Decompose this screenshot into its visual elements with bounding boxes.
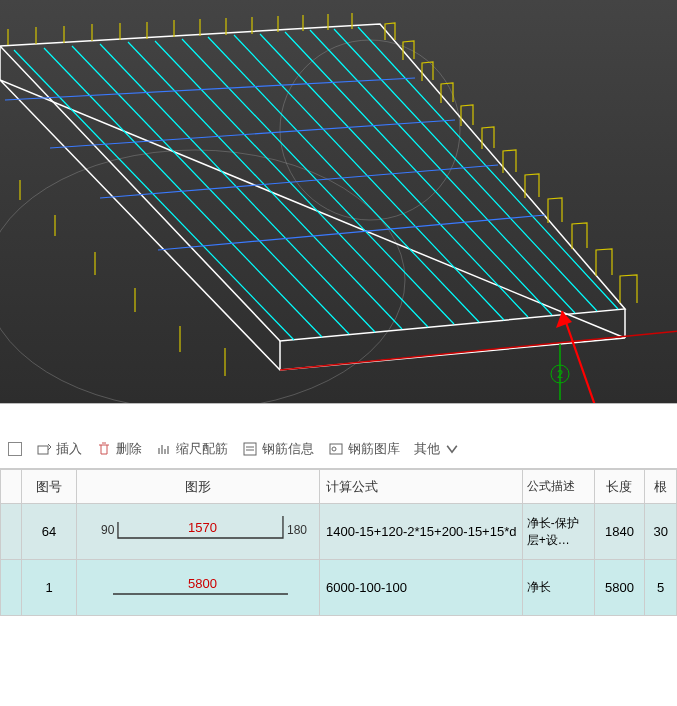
shape-mid: 5800 [188, 576, 217, 591]
svg-line-13 [260, 34, 528, 317]
cell-diagram[interactable]: 1 [22, 560, 77, 616]
delete-button[interactable]: 删除 [96, 440, 142, 458]
svg-rect-47 [38, 446, 48, 454]
shape-right: 180 [287, 523, 307, 537]
cell-desc[interactable]: 净长 [522, 560, 594, 616]
svg-line-17 [358, 27, 618, 309]
header-formula[interactable]: 计算公式 [319, 470, 522, 504]
cell-formula[interactable]: 1400-15+120-2*15+200-15+15*d [319, 504, 522, 560]
shape-left: 90 [101, 523, 115, 537]
scale-label: 缩尺配筋 [176, 440, 228, 458]
insert-label: 插入 [56, 440, 82, 458]
header-desc[interactable]: 公式描述 [522, 470, 594, 504]
cell-count[interactable]: 5 [645, 560, 677, 616]
slab-model: 2 [0, 0, 677, 403]
table-row[interactable]: 1 5800 6000-100-100 净长 5800 5 [1, 560, 677, 616]
header-shape[interactable]: 图形 [77, 470, 320, 504]
svg-line-12 [234, 35, 504, 320]
shape-mid: 1570 [188, 520, 217, 535]
table-row[interactable]: 64 90 1570 180 1400-15+120-2*15+200-15+1… [1, 504, 677, 560]
svg-line-16 [334, 29, 597, 311]
checkbox[interactable] [8, 442, 22, 456]
cell-length[interactable]: 5800 [594, 560, 645, 616]
svg-line-11 [208, 37, 479, 322]
chevron-down-icon [444, 441, 460, 457]
other-dropdown[interactable]: 其他 [414, 440, 460, 458]
info-button[interactable]: 钢筋信息 [242, 440, 314, 458]
axis-label: 2 [557, 368, 563, 380]
svg-line-5 [44, 48, 322, 337]
cell-count[interactable]: 30 [645, 504, 677, 560]
svg-line-4 [14, 50, 294, 340]
cell-formula[interactable]: 6000-100-100 [319, 560, 522, 616]
cell-diagram[interactable]: 64 [22, 504, 77, 560]
delete-label: 删除 [116, 440, 142, 458]
cell-shape[interactable]: 5800 [77, 560, 320, 616]
header-diagram[interactable]: 图号 [22, 470, 77, 504]
info-icon [242, 441, 258, 457]
svg-line-21 [158, 215, 545, 250]
header-idx [1, 470, 22, 504]
info-label: 钢筋信息 [262, 440, 314, 458]
svg-line-20 [100, 165, 498, 198]
svg-point-50 [332, 447, 336, 451]
delete-icon [96, 441, 112, 457]
cell-desc[interactable]: 净长-保护层+设… [522, 504, 594, 560]
toolbar: 插入 删除 缩尺配筋 钢筋信息 钢筋图库 其他 [0, 430, 677, 468]
rebar-table: 图号 图形 计算公式 公式描述 长度 根 64 90 1570 180 [0, 468, 677, 616]
library-icon [328, 441, 344, 457]
library-button[interactable]: 钢筋图库 [328, 440, 400, 458]
header-last[interactable]: 根 [645, 470, 677, 504]
svg-rect-48 [244, 443, 256, 455]
svg-line-15 [310, 30, 575, 313]
svg-point-1 [0, 150, 405, 403]
other-label: 其他 [414, 440, 440, 458]
svg-line-9 [155, 41, 428, 327]
scale-button[interactable]: 缩尺配筋 [156, 440, 228, 458]
svg-line-18 [5, 78, 415, 100]
svg-line-14 [285, 32, 552, 315]
bottom-fill [0, 616, 677, 676]
insert-icon [36, 441, 52, 457]
insert-button[interactable]: 插入 [36, 440, 82, 458]
library-label: 钢筋图库 [348, 440, 400, 458]
cell-shape[interactable]: 90 1570 180 [77, 504, 320, 560]
cell-length[interactable]: 1840 [594, 504, 645, 560]
header-length[interactable]: 长度 [594, 470, 645, 504]
scale-icon [156, 441, 172, 457]
spacer [0, 403, 677, 430]
viewport-3d[interactable]: 2 [0, 0, 677, 403]
